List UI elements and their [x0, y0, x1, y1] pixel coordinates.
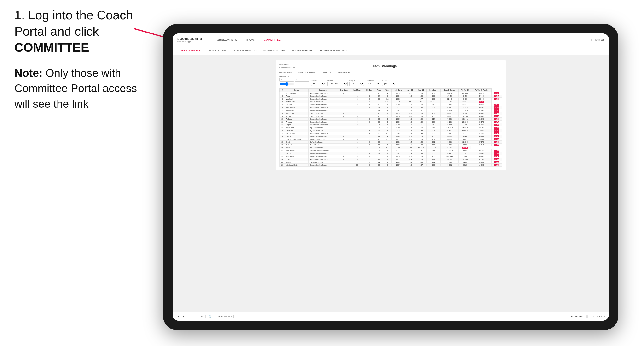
table-cell: Texas	[285, 146, 309, 149]
toolbar-back[interactable]: ◀	[176, 315, 180, 318]
table-header-row: # School Conference Reg Rank Conf Rank N…	[280, 88, 502, 92]
school-select[interactable]: (All)	[382, 82, 396, 86]
min-rounds-min[interactable]	[280, 78, 294, 82]
table-cell: 27	[375, 106, 383, 109]
table-cell: 1	[350, 141, 364, 143]
toolbar-airplay[interactable]: ⬜	[584, 315, 589, 318]
table-row: 17East Tennessee StateSouthern Conferenc…	[280, 138, 502, 141]
table-cell: –	[338, 143, 350, 146]
table-cell: -5.5	[405, 109, 416, 112]
table-cell: 277.5	[392, 135, 405, 138]
table-cell: Southeastern Conference	[309, 164, 338, 166]
table-cell: 91-6-0	[440, 97, 458, 100]
table-cell: -0.4	[405, 158, 416, 161]
table-cell: –	[338, 109, 350, 112]
toolbar-forward[interactable]: ▶	[182, 315, 186, 318]
table-cell: 1.53	[416, 143, 426, 146]
table-row: 16FloridaSoutheastern Conference–7924427…	[280, 135, 502, 138]
view-original-btn[interactable]: View: Original	[216, 315, 234, 319]
region-filter: Region: All	[323, 71, 332, 73]
subnav-player-h2h-heatmap[interactable]: PLAYER H2H HEATMAP	[317, 46, 350, 55]
gender-label: Gender:	[280, 71, 286, 73]
subnav-player-h2h-grid[interactable]: PLAYER H2H GRID	[289, 46, 317, 55]
table-cell: 278.1	[392, 138, 405, 141]
sub-nav: TEAM SUMMARY TEAM H2H GRID TEAM H2H HEAT…	[172, 46, 609, 55]
table-cell: 21	[280, 149, 285, 152]
table-cell: 6	[383, 123, 392, 126]
nav-item-committee[interactable]: COMMITTEE	[260, 33, 285, 46]
subnav-team-h2h-grid[interactable]: TEAM H2H GRID	[204, 46, 229, 55]
table-cell: 8	[364, 141, 375, 143]
table-cell: Arizona State	[285, 100, 309, 103]
table-cell: 260	[426, 95, 440, 97]
toolbar-reload[interactable]: ↻	[188, 315, 191, 318]
division-select[interactable]: NCAA Division I	[328, 82, 348, 86]
table-cell: 60.73	[491, 106, 502, 109]
conference-select[interactable]: (All)	[366, 82, 380, 86]
table-cell: 90-33-2	[440, 158, 458, 161]
table-cell: -3.5	[405, 126, 416, 129]
table-cell: 215	[426, 149, 440, 152]
table-cell: 68.57	[491, 123, 502, 126]
subnav-player-summary[interactable]: PLAYER SUMMARY	[260, 46, 289, 55]
subnav-team-summary[interactable]: TEAM SUMMARY	[177, 46, 204, 55]
table-cell: 264	[426, 106, 440, 109]
gender-select[interactable]: Men's	[311, 82, 326, 86]
table-cell: 280.7	[392, 164, 405, 166]
table-cell: Mountain West Conference	[309, 149, 338, 152]
table-cell: 23-33-1	[472, 161, 492, 164]
table-cell: 117-4-0	[440, 95, 458, 97]
note-text: Note: Only those with Committee Portal a…	[14, 65, 148, 112]
table-cell: Atlantic Coast Conference	[309, 123, 338, 126]
table-cell: 33-38-4	[440, 146, 458, 149]
nav-item-teams[interactable]: TEAMS	[241, 33, 259, 46]
share-btn[interactable]: ⬆ Share	[597, 315, 605, 318]
table-cell: 2	[383, 143, 392, 146]
toolbar-share-small[interactable]: ⬆	[193, 315, 197, 318]
conference-select-label: Conference	[366, 80, 380, 81]
toolbar-bookmark[interactable]: □+	[199, 315, 204, 318]
table-cell: -6.0	[405, 123, 416, 126]
table-cell: 1.28	[416, 141, 426, 143]
filter-row: Gender: Men's Division: NCAA Division I …	[280, 71, 502, 73]
min-rounds-slider[interactable]	[280, 82, 294, 86]
table-cell: 79-25-1	[440, 100, 458, 103]
table-cell: 89.11	[491, 92, 502, 95]
col-low-score: Low Score	[426, 88, 440, 92]
subnav-team-h2h-heatmap[interactable]: TEAM H2H HEATMAP	[229, 46, 260, 55]
table-cell: 23	[375, 92, 383, 95]
sign-out-link[interactable]: | Sign out	[591, 38, 604, 41]
table-row: 6Florida StateAtlantic Coast Conference–…	[280, 106, 502, 109]
table-row: 15Georgia TechAtlantic Coast Conference–…	[280, 132, 502, 135]
note-label: Note:	[14, 67, 43, 79]
table-cell: 6	[350, 120, 364, 123]
table-cell: 265	[426, 132, 440, 135]
toolbar-fullscreen[interactable]: ⤢	[591, 315, 595, 318]
table-cell: 24	[375, 143, 383, 146]
region-select[interactable]: N/A	[350, 82, 364, 86]
col-vs25: Vs Top 25	[458, 88, 472, 92]
table-cell: 54-4-0	[472, 95, 492, 97]
conference-label: Conference:	[337, 71, 347, 73]
table-cell: 1.86	[416, 118, 426, 120]
toolbar-clock[interactable]: 🕐	[208, 315, 212, 318]
region-value: All	[330, 71, 332, 73]
table-cell: Oklahoma	[285, 129, 309, 132]
table-cell: 27-17-1	[472, 141, 492, 143]
tablet-frame: SCOREBOARD Powered by clippd TOURNAMENTS…	[163, 24, 618, 330]
table-cell: 269	[426, 155, 440, 158]
table-cell: 276.5	[392, 129, 405, 132]
table-cell: 42.98	[491, 158, 502, 161]
table-cell: 10	[364, 106, 375, 109]
table-cell: –	[338, 141, 350, 143]
table-cell: 10	[350, 164, 364, 166]
table-cell: 11-29-1	[458, 152, 472, 155]
min-rounds-max[interactable]	[295, 78, 309, 82]
division-filter: Division: NCAA Division I	[297, 71, 318, 73]
watch-btn[interactable]: Watch ▾	[575, 315, 583, 318]
table-cell: 2	[350, 97, 364, 100]
table-cell: 39-23-1	[472, 115, 492, 118]
col-wins: Wins	[383, 88, 392, 92]
nav-item-tournaments[interactable]: TOURNAMENTS	[211, 33, 241, 46]
col-school: School	[285, 88, 309, 92]
